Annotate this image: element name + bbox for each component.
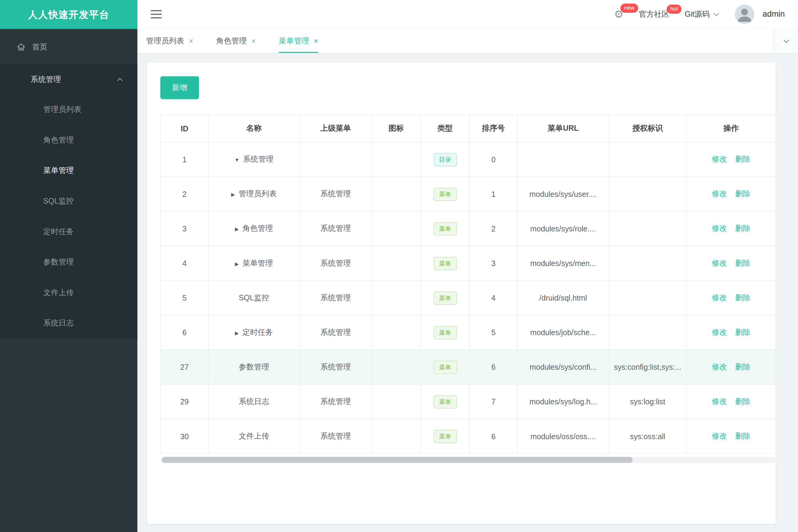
cell-id: 6	[161, 315, 208, 350]
app-root: 人人快速开发平台 首页 系统管理 管理员列表 角色管理 菜单管理 SQL监控 定…	[0, 0, 798, 532]
menu-table: ID 名称 上级菜单 图标 类型 排序号 菜单URL 授权标识 操作 1 ▼系统	[160, 114, 776, 454]
sidebar-group-system-header[interactable]: 系统管理	[0, 64, 137, 94]
delete-link[interactable]: 删除	[735, 431, 750, 440]
col-icon: 图标	[372, 115, 421, 142]
horizontal-scrollbar[interactable]	[160, 457, 776, 463]
expand-caret-icon[interactable]: ▶	[235, 261, 239, 266]
expand-caret-icon[interactable]: ▶	[235, 330, 239, 336]
sidebar-group-label: 系统管理	[31, 75, 61, 84]
delete-link[interactable]: 删除	[735, 155, 750, 164]
username[interactable]: admin	[762, 10, 785, 19]
add-button[interactable]: 新增	[160, 76, 199, 99]
delete-link[interactable]: 删除	[735, 189, 750, 198]
edit-link[interactable]: 修改	[712, 189, 727, 198]
type-badge: 菜单	[433, 187, 457, 201]
cell-type: 菜单	[421, 211, 469, 246]
scrollbar-thumb[interactable]	[162, 457, 633, 463]
cell-perm: sys:log:list	[609, 384, 686, 419]
cell-parent: 系统管理	[299, 384, 372, 419]
type-badge: 菜单	[433, 326, 457, 339]
expand-caret-icon[interactable]: ▶	[235, 226, 239, 232]
type-badge: 菜单	[433, 256, 457, 270]
menu-toggle-button[interactable]	[150, 10, 162, 19]
collapse-caret-icon[interactable]: ▼	[234, 157, 239, 163]
delete-link[interactable]: 删除	[735, 362, 750, 371]
sidebar-group-system: 系统管理 管理员列表 角色管理 菜单管理 SQL监控 定时任务 参数管理 文件上…	[0, 64, 137, 338]
cell-name: 文件上传	[208, 419, 299, 453]
brand-logo: 人人快速开发平台	[0, 0, 137, 29]
cell-url	[517, 142, 609, 177]
git-source-link[interactable]: Git源码	[685, 10, 720, 19]
edit-link[interactable]: 修改	[712, 155, 727, 164]
tab-role[interactable]: 角色管理 ×	[216, 29, 256, 53]
cell-name: ▼系统管理	[208, 142, 299, 177]
sidebar-item-log[interactable]: 系统日志	[0, 308, 137, 339]
community-label: 官方社区	[639, 10, 669, 18]
menu-name: 系统管理	[243, 155, 274, 164]
edit-link[interactable]: 修改	[712, 431, 727, 440]
cell-id: 4	[161, 246, 208, 281]
close-icon[interactable]: ×	[314, 37, 318, 45]
edit-link[interactable]: 修改	[712, 327, 727, 336]
sidebar-item-home[interactable]: 首页	[0, 29, 137, 64]
cell-ops: 修改删除	[686, 246, 776, 281]
cell-perm: sys:config:list,sys:...	[609, 350, 686, 384]
cell-url: modules/oss/oss....	[517, 419, 609, 453]
cell-parent: 系统管理	[299, 177, 372, 211]
cell-url: modules/job/sche...	[517, 315, 609, 350]
sidebar-item-sql-monitor[interactable]: SQL监控	[0, 186, 137, 216]
cell-perm	[609, 211, 686, 246]
community-link[interactable]: 官方社区 hot	[639, 10, 669, 19]
cell-type: 目录	[421, 142, 469, 177]
col-url: 菜单URL	[517, 115, 609, 142]
delete-link[interactable]: 删除	[735, 293, 750, 302]
sidebar-item-role[interactable]: 角色管理	[0, 125, 137, 155]
delete-link[interactable]: 删除	[735, 224, 750, 233]
tabs-dropdown-button[interactable]	[774, 29, 798, 53]
tab-bar: 管理员列表 × 角色管理 × 菜单管理 ×	[137, 29, 798, 54]
cell-ops: 修改删除	[686, 384, 776, 419]
delete-link[interactable]: 删除	[735, 259, 750, 267]
sidebar-item-admin-list[interactable]: 管理员列表	[0, 94, 137, 125]
cell-parent	[299, 142, 372, 177]
col-id: ID	[161, 115, 208, 142]
table-row: 29 系统日志 系统管理 菜单 7 modules/sys/log.h... s…	[161, 384, 776, 419]
user-avatar[interactable]	[735, 4, 755, 24]
cell-type: 菜单	[421, 350, 469, 384]
cell-type: 菜单	[421, 315, 469, 350]
expand-caret-icon[interactable]: ▶	[231, 192, 235, 197]
sidebar-item-config[interactable]: 参数管理	[0, 247, 137, 277]
cell-ops: 修改删除	[686, 211, 776, 246]
sidebar-item-schedule[interactable]: 定时任务	[0, 216, 137, 247]
delete-link[interactable]: 删除	[735, 327, 750, 336]
edit-link[interactable]: 修改	[712, 397, 727, 405]
cell-name: 系统日志	[208, 384, 299, 419]
close-icon[interactable]: ×	[251, 37, 256, 45]
settings-button[interactable]: ⚙ new	[614, 9, 624, 20]
cell-type: 菜单	[421, 177, 469, 211]
tab-admin-list[interactable]: 管理员列表 ×	[146, 29, 193, 53]
cell-id: 27	[161, 350, 208, 384]
cell-icon	[372, 177, 421, 211]
cell-icon	[372, 281, 421, 315]
menu-name: SQL监控	[239, 293, 270, 302]
tab-menu[interactable]: 菜单管理 ×	[279, 29, 318, 53]
edit-link[interactable]: 修改	[712, 362, 727, 371]
delete-link[interactable]: 删除	[735, 397, 750, 405]
chevron-down-icon	[713, 12, 720, 16]
cell-order: 6	[469, 350, 517, 384]
edit-link[interactable]: 修改	[712, 293, 727, 302]
cell-parent: 系统管理	[299, 211, 372, 246]
cell-order: 6	[469, 419, 517, 453]
sidebar-item-file-upload[interactable]: 文件上传	[0, 277, 137, 308]
cell-icon	[372, 315, 421, 350]
cell-ops: 修改删除	[686, 281, 776, 315]
cell-order: 3	[469, 246, 517, 281]
cell-type: 菜单	[421, 281, 469, 315]
edit-link[interactable]: 修改	[712, 259, 727, 267]
sidebar-item-menu[interactable]: 菜单管理	[0, 155, 137, 186]
edit-link[interactable]: 修改	[712, 224, 727, 233]
menu-name: 文件上传	[239, 431, 270, 440]
close-icon[interactable]: ×	[189, 37, 193, 45]
table-row: 6 ▶定时任务 系统管理 菜单 5 modules/job/sche... 修改…	[161, 315, 776, 350]
